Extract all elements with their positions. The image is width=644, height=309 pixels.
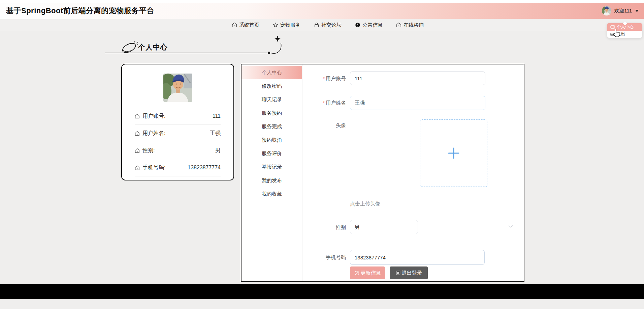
home-icon (232, 22, 237, 28)
update-info-button[interactable]: 更新信息 (350, 266, 385, 279)
close-box-icon (396, 271, 400, 275)
app-header: 基于SpringBoot前后端分离的宠物服务平台 欢迎111 (0, 3, 644, 19)
nav-item-consult[interactable]: 在线咨询 (396, 22, 424, 28)
account-input[interactable] (350, 72, 485, 85)
gender-label: 性别 (292, 224, 346, 231)
nav-label: 社交论坛 (321, 22, 342, 28)
phone-label: 手机号码 (292, 254, 346, 261)
home-icon (135, 131, 140, 136)
upload-hint: 点击上传头像 (350, 201, 380, 207)
avatar-photo (163, 74, 192, 102)
avatar-photo-small (602, 6, 611, 16)
logout-button[interactable]: 退出登录 (390, 266, 428, 279)
row-value: 王强 (210, 130, 221, 137)
profile-rows: 用户账号: 111 用户姓名: 王强 (135, 108, 221, 176)
row-label: 用户账号: (142, 113, 165, 120)
account-label: *用户账号 (292, 76, 346, 82)
lock-icon (314, 22, 319, 28)
app-title: 基于SpringBoot前后端分离的宠物服务平台 (6, 6, 154, 16)
row-value: 男 (215, 147, 221, 154)
nav-item-pet-service[interactable]: 宠物服务 (273, 22, 300, 28)
gender-select[interactable]: 男 (350, 220, 418, 234)
profile-photo (163, 74, 192, 102)
name-input[interactable] (350, 96, 485, 110)
star-icon (273, 22, 278, 28)
screen: 基于SpringBoot前后端分离的宠物服务平台 欢迎111 (0, 0, 644, 309)
nav-label: 系统首页 (239, 22, 259, 28)
row-label: 手机号码: (142, 164, 165, 171)
footer-bar (0, 284, 644, 299)
row-value: 111 (213, 113, 221, 119)
avatar-label: 头像 (292, 122, 346, 129)
sidebar-item-service-review[interactable]: 服务评价 (242, 147, 302, 160)
row-label: 性别: (142, 147, 155, 154)
required-mark: * (323, 100, 325, 106)
home-icon (135, 114, 140, 119)
profile-card: 用户账号: 111 用户姓名: 王强 (121, 64, 234, 180)
nav-item-notice[interactable]: 公告信息 (355, 22, 383, 28)
notice-icon (355, 22, 360, 28)
mouse-cursor (612, 28, 620, 37)
plus-icon (448, 147, 460, 159)
main-nav: 系统首页 宠物服务 社交论坛 公告信息 (0, 19, 644, 31)
profile-row-phone: 手机号码: 13823877774 (135, 159, 221, 176)
sidebar-item-my-posts[interactable]: 我的发布 (242, 174, 302, 187)
profile-row-name: 用户姓名: 王强 (135, 125, 221, 142)
page-title: 个人中心 (138, 43, 168, 52)
user-menu-trigger[interactable]: 欢迎111 (602, 6, 639, 16)
panel-sidebar: 个人中心 修改密码 聊天记录 服务预约 服务完成 预约取消 服务评价 举报记录 … (242, 64, 302, 281)
check-circle-icon (354, 271, 359, 276)
avatar-upload-box[interactable] (420, 119, 487, 187)
row-value: 13823877774 (188, 165, 221, 171)
caret-down-icon (635, 10, 639, 12)
user-avatar[interactable] (602, 6, 611, 16)
profile-panel: 个人中心 修改密码 聊天记录 服务预约 服务完成 预约取消 服务评价 举报记录 … (241, 64, 524, 282)
sidebar-item-report-records[interactable]: 举报记录 (242, 160, 302, 174)
sidebar-item-my-favorites[interactable]: 我的收藏 (242, 187, 302, 201)
home-icon (396, 22, 401, 28)
nav-label: 在线咨询 (404, 22, 424, 28)
nav-label: 宠物服务 (280, 22, 300, 28)
nav-item-forum[interactable]: 社交论坛 (314, 22, 342, 28)
profile-row-gender: 性别: 男 (135, 142, 221, 159)
row-label: 用户姓名: (142, 130, 165, 137)
top-strip (0, 0, 644, 3)
title-underline (105, 53, 268, 53)
phone-input[interactable] (350, 250, 485, 265)
required-mark: * (323, 76, 325, 81)
profile-row-account: 用户账号: 111 (135, 108, 221, 125)
welcome-text: 欢迎111 (614, 8, 632, 14)
name-label: *用户姓名 (292, 100, 346, 106)
home-icon (135, 148, 140, 153)
sidebar-item-booking-cancel[interactable]: 预约取消 (242, 133, 302, 147)
sparkle-swirl-icon (269, 35, 287, 55)
gender-value: 男 (355, 224, 360, 230)
chevron-down-icon[interactable] (508, 225, 513, 228)
nav-label: 公告信息 (362, 22, 383, 28)
sidebar-item-service-booking[interactable]: 服务预约 (242, 106, 302, 120)
nav-item-home[interactable]: 系统首页 (232, 22, 259, 28)
home-icon (135, 165, 140, 170)
